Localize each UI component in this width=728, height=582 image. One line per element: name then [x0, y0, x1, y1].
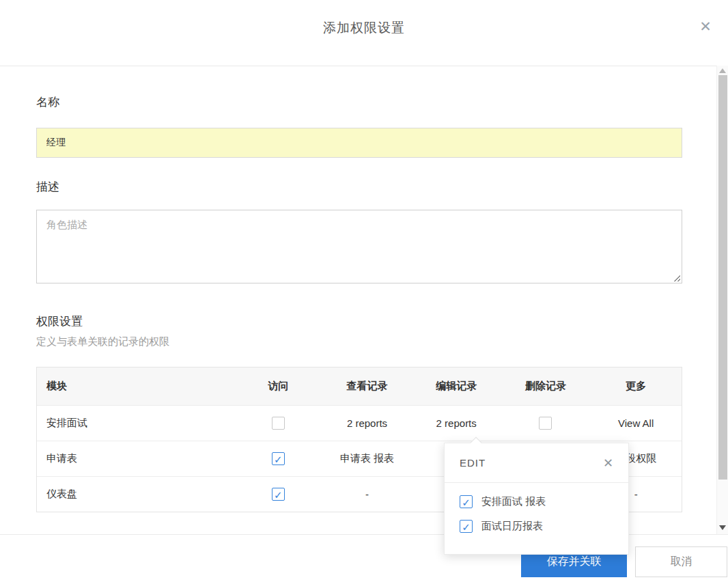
- access-checkbox[interactable]: [272, 488, 285, 501]
- scroll-up-icon[interactable]: [719, 68, 726, 73]
- scroll-down-icon[interactable]: [719, 525, 726, 530]
- module-cell: 申请表: [37, 452, 234, 465]
- description-label: 描述: [36, 179, 59, 195]
- column-header-access: 访问: [234, 380, 322, 393]
- report-label: 安排面试 报表: [481, 495, 546, 508]
- report-checkbox[interactable]: [460, 520, 473, 533]
- name-label: 名称: [36, 94, 59, 110]
- popup-title: EDIT: [460, 457, 486, 469]
- column-header-module: 模块: [37, 380, 234, 393]
- access-checkbox[interactable]: [272, 417, 285, 430]
- module-cell: 安排面试: [37, 417, 234, 430]
- view-records-link[interactable]: 2 reports: [322, 417, 412, 429]
- table-row: 安排面试 2 reports 2 reports View All: [37, 405, 682, 441]
- popup-close-icon[interactable]: ✕: [603, 456, 613, 471]
- name-input[interactable]: [36, 128, 682, 158]
- column-header-delete: 删除记录: [501, 380, 591, 393]
- vertical-scrollbar[interactable]: [716, 66, 728, 534]
- column-header-more: 更多: [590, 380, 682, 393]
- cancel-button[interactable]: 取消: [635, 546, 727, 577]
- edit-records-link[interactable]: 2 reports: [412, 417, 501, 429]
- delete-checkbox[interactable]: [539, 417, 552, 430]
- description-input[interactable]: [36, 210, 682, 283]
- more-link[interactable]: View All: [590, 417, 682, 429]
- edit-reports-popup: EDIT ✕ 安排面试 报表 面试日历报表: [444, 443, 629, 555]
- permissions-heading: 权限设置: [36, 314, 83, 329]
- module-cell: 仪表盘: [37, 488, 234, 501]
- report-checkbox[interactable]: [460, 495, 473, 508]
- view-records-link[interactable]: 申请表 报表: [322, 452, 412, 465]
- column-header-view: 查看记录: [322, 380, 412, 393]
- scrollbar-thumb[interactable]: [718, 75, 727, 480]
- permissions-subtitle: 定义与表单关联的记录的权限: [36, 335, 169, 348]
- view-records-cell: -: [322, 488, 412, 500]
- resize-handle-icon[interactable]: [673, 275, 680, 281]
- page-title: 添加权限设置: [0, 19, 728, 37]
- popup-report-item: 安排面试 报表: [460, 495, 613, 508]
- report-label: 面试日历报表: [481, 520, 543, 533]
- column-header-edit: 编辑记录: [412, 380, 501, 393]
- table-header-row: 模块 访问 查看记录 编辑记录 删除记录 更多: [37, 368, 682, 405]
- header-divider: [0, 66, 728, 66]
- close-icon[interactable]: ✕: [697, 18, 714, 36]
- popup-report-item: 面试日历报表: [460, 520, 613, 533]
- access-checkbox[interactable]: [272, 452, 285, 465]
